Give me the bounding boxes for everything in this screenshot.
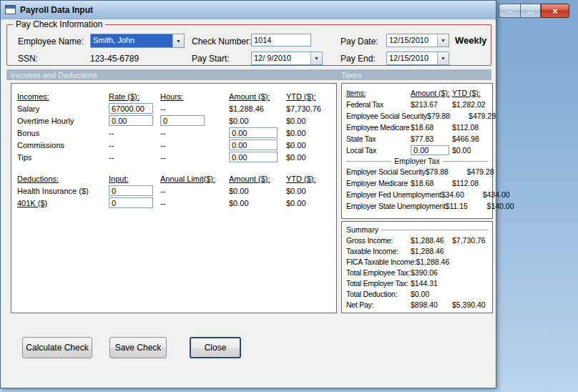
summary-row-gross: Gross Income: $1,288.46 $7,730.76 [346, 235, 488, 245]
backdrop-maximize-button[interactable]: □ [520, 4, 541, 18]
tax-row-employer-medicare: Employer Medicare $18.68 $112.08 [346, 177, 488, 189]
ssn-value: 123-45-6789 [90, 54, 139, 64]
k401-ytd: $0.00 [286, 199, 330, 207]
salary-hours: -- [160, 104, 229, 113]
annual-limit-col-header: Annual Limit($): [160, 175, 229, 183]
calculate-check-button[interactable]: Calculate Check [22, 337, 92, 358]
incomes-col-header: Incomes: [17, 92, 109, 101]
deductions-header-row: Deductions: Input: Annual Limit($): Amou… [17, 172, 330, 185]
paycheck-info-group: Pay Check Information Employee Name: Smi… [6, 24, 491, 66]
taxes-section-header: Taxes [341, 71, 362, 79]
income-row-salary: Salary -- $1,288.46 $7,730.76 [17, 102, 330, 114]
rate-col-header: Rate ($): [109, 92, 160, 101]
check-number-label: Check Number: [192, 36, 251, 46]
hours-col-header: Hours: [160, 92, 229, 101]
employer-tax-label: Employer Tax [394, 157, 439, 165]
items-col-header: Items: [346, 89, 411, 97]
deductions-col-header: Deductions: [17, 175, 109, 183]
deduction-row-health: Health Insurance ($) -- $0.00 $0.00 [17, 185, 330, 197]
chevron-down-icon: ▼ [441, 56, 446, 61]
overtime-amount: $0.00 [229, 117, 286, 125]
salary-rate-input[interactable] [109, 103, 153, 114]
employee-name-dropdown-button[interactable]: ▼ [172, 34, 184, 47]
tax-row-employee-medicare: Employee Medicare $18.68 $112.08 [346, 122, 488, 133]
k401-amount: $0.00 [229, 199, 286, 207]
deduction-row-401k: 401K ($) -- $0.00 $0.00 [17, 197, 330, 209]
k401-link[interactable]: 401K ($) [17, 199, 109, 207]
commissions-rate: -- [109, 141, 160, 150]
backdrop-close-button[interactable]: × [541, 4, 569, 18]
overtime-label: Overtime Hourly [17, 117, 109, 125]
pay-frequency-label: Weekly [455, 35, 487, 46]
k401-limit: -- [160, 199, 229, 207]
employee-name-label: Employee Name: [18, 36, 84, 46]
local-tax-label: Local Tax [346, 146, 411, 155]
pay-end-dropdown-button[interactable]: ▼ [437, 52, 449, 64]
income-row-tips: Tips -- -- $0.00 [17, 151, 330, 163]
employee-name-combobox[interactable]: Smith, John ▼ [90, 34, 185, 48]
overtime-rate-input[interactable] [109, 115, 153, 126]
amount-col-header: Amount ($): [229, 92, 286, 101]
section-header-strip: Incomes and Deductions Taxes [6, 69, 491, 80]
pay-date-dropdown-button[interactable]: ▼ [437, 34, 449, 46]
pay-date-value: 12/15/2010 [387, 34, 437, 46]
chevron-down-icon: ▼ [441, 38, 446, 43]
titlebar[interactable]: Payroll Data Input [1, 1, 496, 19]
paycheck-group-caption: Pay Check Information [13, 19, 105, 29]
summary-row-deduction: Total Deduction: $0.00 [346, 288, 488, 299]
summary-row-employee-tax: Total Employee Tax: $390.06 [346, 267, 488, 278]
chevron-down-icon: ▼ [314, 56, 319, 61]
summary-title: Summary [346, 225, 378, 234]
health-insurance-ytd: $0.00 [286, 187, 330, 195]
summary-row-employer-tax: Total Employer Tax: $144.31 [346, 278, 488, 288]
pay-start-picker[interactable]: 12/ 9/2010 ▼ [251, 52, 323, 65]
input-col-header: Input: [109, 175, 160, 183]
save-check-button[interactable]: Save Check [109, 337, 167, 358]
close-button[interactable]: Close [190, 337, 241, 358]
commissions-hours: -- [160, 141, 229, 150]
summary-row-fica: FICA Taxable Income: $1,288.46 [346, 256, 488, 267]
health-insurance-input[interactable] [109, 185, 153, 196]
backdrop-caption-buttons: – □ × [499, 4, 569, 18]
maximize-icon: □ [528, 6, 533, 15]
tax-amount-col-header: Amount ($): [411, 89, 452, 97]
tax-ytd-col-header: YTD ($): [452, 89, 488, 97]
minimize-icon: – [507, 6, 511, 15]
salary-ytd: $7,730.76 [286, 104, 330, 113]
ytd-col-header: YTD ($): [286, 92, 330, 101]
k401-input[interactable] [109, 197, 153, 208]
close-icon: × [552, 6, 558, 16]
form-client-area: Pay Check Information Employee Name: Smi… [1, 19, 496, 388]
window-title: Payroll Data Input [20, 5, 93, 15]
bonus-rate: -- [109, 129, 160, 137]
backdrop-minimize-button[interactable]: – [499, 4, 520, 18]
income-row-overtime: Overtime Hourly $0.00 $0.00 [17, 114, 330, 127]
tips-hours: -- [160, 153, 229, 162]
local-tax-input[interactable] [411, 145, 449, 155]
tips-amount-input[interactable] [229, 152, 278, 162]
employer-tax-separator: Employer Tax [346, 156, 488, 166]
local-tax-ytd: $0.00 [452, 146, 488, 155]
commissions-ytd: $0.00 [286, 141, 330, 150]
tax-row-employer-ss: Employer Social Security $79.88 $479.28 [346, 166, 488, 177]
tips-ytd: $0.00 [286, 153, 330, 162]
health-insurance-amount: $0.00 [229, 187, 286, 195]
incomes-deductions-panel: Incomes: Rate ($): Hours: Amount ($): YT… [11, 83, 337, 313]
overtime-hours-input[interactable] [160, 115, 205, 126]
payroll-data-input-window: Payroll Data Input Pay Check Information… [0, 0, 496, 388]
pay-date-label: Pay Date: [341, 36, 378, 46]
tax-row-local: Local Tax $0.00 [346, 144, 488, 156]
pay-start-value: 12/ 9/2010 [252, 52, 310, 64]
commissions-amount-input[interactable] [229, 139, 278, 150]
taxes-panel: Items: Amount ($): YTD ($): Federal Tax … [341, 83, 493, 219]
chevron-down-icon: ▼ [176, 39, 181, 44]
check-number-input[interactable] [251, 34, 311, 46]
tax-row-federal: Federal Tax $213.67 $1,282.02 [346, 99, 488, 110]
pay-start-label: Pay Start: [192, 54, 230, 64]
health-insurance-label: Health Insurance ($) [17, 187, 109, 195]
bonus-amount-input[interactable] [229, 127, 278, 138]
pay-date-picker[interactable]: 12/15/2010 ▼ [386, 34, 449, 47]
pay-start-dropdown-button[interactable]: ▼ [310, 52, 322, 64]
summary-row-net-pay: Net Pay: $898.40 $5,390.40 [346, 299, 488, 310]
pay-end-picker[interactable]: 12/15/2010 ▼ [386, 52, 449, 65]
